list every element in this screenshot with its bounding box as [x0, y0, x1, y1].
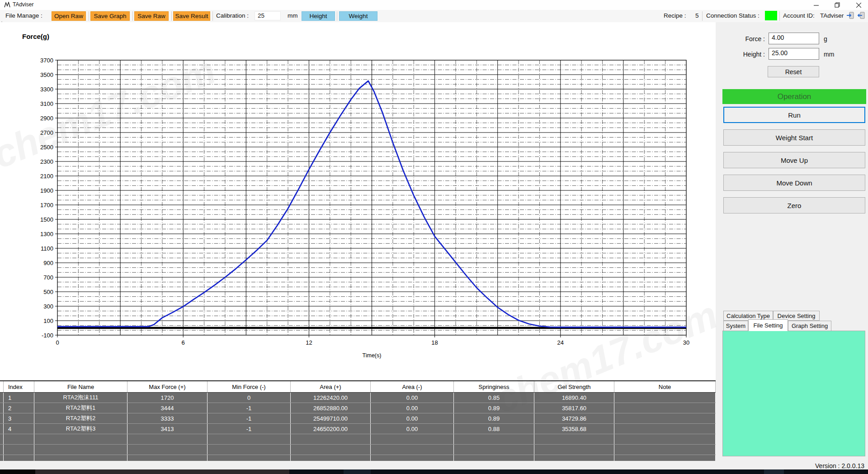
move-up-button[interactable]: Move Up	[723, 152, 865, 168]
table-cell: 26852880.00	[291, 403, 371, 413]
table-cell	[34, 445, 127, 455]
table-cell: 0.00	[371, 424, 454, 434]
row-header-stub	[0, 445, 4, 455]
table-row[interactable]: 2RTA2塑料13444-126852880.000.000.8935817.6…	[0, 403, 716, 413]
svg-text:24: 24	[557, 339, 564, 346]
login-icon[interactable]	[846, 11, 854, 21]
tab-system[interactable]: System	[723, 321, 748, 331]
table-cell	[614, 413, 716, 423]
table-row[interactable]: 4RTA2塑料33413-124650200.000.000.8835358.6…	[0, 424, 716, 434]
toolbar-separator	[171, 11, 172, 21]
table-cell	[534, 445, 614, 455]
table-cell: 3413	[127, 424, 208, 434]
zero-button[interactable]: Zero	[723, 197, 865, 213]
toolbar-button-save-result[interactable]: Save Result	[173, 11, 210, 21]
column-header: Area (-)	[371, 381, 454, 392]
table-cell: 35358.68	[534, 424, 614, 434]
table-cell: 3	[4, 413, 34, 423]
svg-text:1900: 1900	[40, 187, 53, 194]
table-cell	[614, 403, 716, 413]
table-cell: 1720	[127, 393, 208, 403]
close-button[interactable]	[851, 0, 866, 10]
column-header: Note	[614, 381, 716, 392]
taskbar-segment	[344, 469, 371, 474]
svg-text:300: 300	[43, 303, 53, 310]
row-header-stub	[0, 413, 4, 423]
svg-text:3100: 3100	[40, 100, 53, 107]
tab-file-setting[interactable]: File Setting	[748, 319, 788, 331]
logout-icon[interactable]	[857, 11, 865, 21]
calibration-unit: mm	[288, 12, 298, 20]
table-cell	[4, 445, 34, 455]
row-header-stub	[0, 403, 4, 413]
taskbar-segment	[35, 469, 289, 474]
reset-button[interactable]: Reset	[768, 66, 819, 77]
table-row[interactable]	[0, 445, 716, 455]
table-cell: 12262420.00	[291, 393, 371, 403]
restore-button[interactable]	[830, 0, 845, 10]
row-header-stub	[0, 393, 4, 403]
table-cell	[614, 434, 716, 444]
toolbar-button-save-raw[interactable]: Save Raw	[134, 11, 169, 21]
table-cell	[454, 445, 534, 455]
force-unit: g	[824, 35, 827, 43]
svg-text:3300: 3300	[40, 86, 53, 93]
toolbar-separator	[212, 11, 213, 21]
recipe-value: 5	[695, 12, 699, 20]
table-cell	[614, 445, 716, 455]
calibration-input[interactable]: 25	[255, 11, 281, 20]
toolbar-separator	[702, 11, 703, 21]
svg-text:700: 700	[43, 274, 53, 281]
toolbar-separator	[89, 11, 89, 21]
weight-start-button[interactable]: Weight Start	[723, 129, 865, 146]
table-cell	[291, 445, 371, 455]
svg-text:1500: 1500	[40, 216, 53, 223]
table-cell	[127, 445, 208, 455]
row-header-stub	[0, 455, 4, 461]
move-down-button[interactable]: Move Down	[723, 175, 865, 191]
toolbar-button-save-graph[interactable]: Save Graph	[90, 11, 130, 21]
svg-text:2500: 2500	[40, 144, 53, 151]
svg-text:18: 18	[431, 339, 438, 346]
minimize-button[interactable]	[808, 0, 824, 10]
height-mode-button[interactable]: Height	[302, 11, 335, 21]
table-cell	[34, 455, 127, 461]
table-cell	[4, 434, 34, 444]
height-label: Height :	[705, 51, 765, 58]
toolbar-separator	[779, 11, 780, 21]
table-cell	[454, 455, 534, 461]
weight-mode-button[interactable]: Weight	[339, 11, 377, 21]
table-row[interactable]: 1RTA2泡沫1111720012262420.000.000.8516890.…	[0, 393, 716, 403]
height-input[interactable]: 25.00	[769, 48, 819, 60]
window-title: TAdviser	[13, 1, 33, 8]
run-button[interactable]: Run	[723, 107, 865, 123]
column-header: Index	[4, 381, 34, 392]
table-row[interactable]: 3RTA2塑料23333-125499710.000.000.8934729.8…	[0, 413, 716, 424]
table-cell	[291, 455, 371, 461]
column-header: Min Force (-)	[208, 381, 291, 392]
table-cell: 35817.60	[534, 403, 614, 413]
row-header-stub	[0, 434, 4, 444]
table-cell: 34729.86	[534, 413, 614, 423]
chart-panel: Force(g) -100100300500700900110013001500…	[0, 22, 716, 380]
svg-text:12: 12	[306, 339, 312, 346]
table-row[interactable]	[0, 434, 716, 445]
column-header: Gel Strength	[534, 381, 614, 392]
force-input[interactable]: 4.00	[769, 33, 819, 44]
table-cell: 16890.40	[534, 393, 614, 403]
toolbar-button-open-raw[interactable]: Open Raw	[52, 11, 86, 21]
table-cell: -1	[208, 403, 291, 413]
table-cell	[127, 455, 208, 461]
table-cell: 0.00	[371, 413, 454, 423]
table-cell: 0.85	[454, 393, 534, 403]
close-icon	[856, 3, 861, 8]
tab-graph-setting[interactable]: Graph Setting	[788, 321, 831, 331]
table-cell: 2	[4, 403, 34, 413]
calibration-label: Calibration :	[216, 12, 249, 20]
table-cell: 0.88	[454, 424, 534, 434]
table-row[interactable]	[0, 455, 716, 461]
table-cell	[291, 434, 371, 444]
svg-text:6: 6	[182, 339, 185, 346]
svg-text:1700: 1700	[40, 202, 53, 209]
table-cell: RTA2塑料2	[34, 413, 127, 423]
